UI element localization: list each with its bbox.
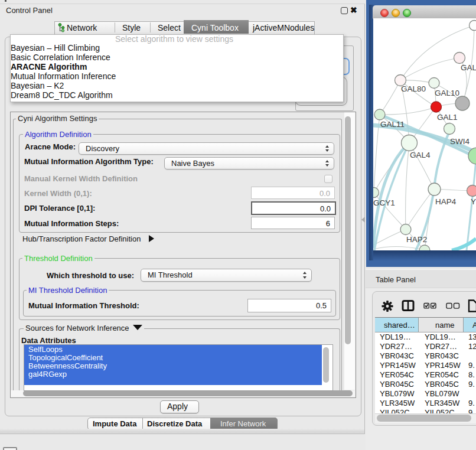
svg-text:GAL7: GAL7 <box>461 63 476 72</box>
svg-text:HAP2: HAP2 <box>406 235 427 244</box>
svg-text:SWI4: SWI4 <box>450 137 470 146</box>
svg-text:GAL80: GAL80 <box>401 84 426 93</box>
svg-text:Y: Y <box>471 197 476 206</box>
svg-text:GAL10: GAL10 <box>435 89 459 97</box>
svg-text:GCY1: GCY1 <box>373 198 395 207</box>
svg-text:GAL4: GAL4 <box>410 151 431 159</box>
svg-text:GAL11: GAL11 <box>380 120 405 129</box>
svg-text:HAP4: HAP4 <box>435 197 457 206</box>
svg-text:GAL1: GAL1 <box>437 113 458 122</box>
